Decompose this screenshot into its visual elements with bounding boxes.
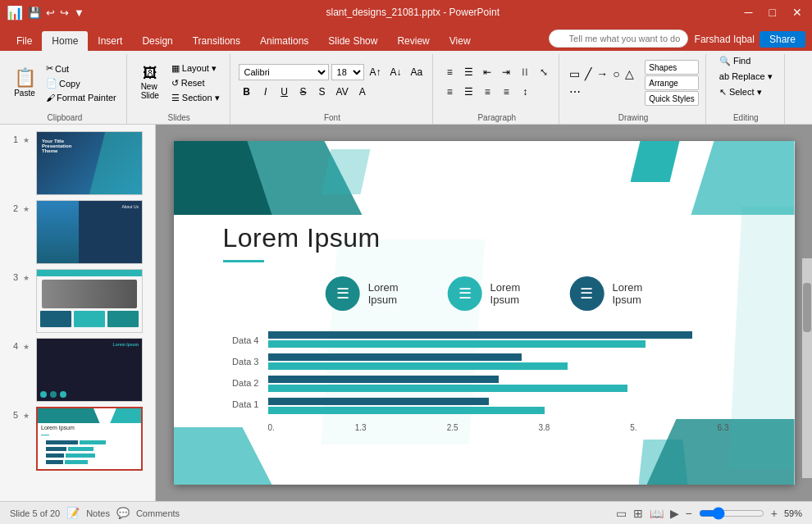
quick-undo[interactable]: ↩ [46, 7, 55, 19]
italic-button[interactable]: I [258, 84, 274, 100]
reading-view-icon[interactable]: 📖 [650, 507, 664, 520]
clear-format-button[interactable]: Aa [408, 64, 427, 80]
section-button[interactable]: ☰ Section ▾ [168, 91, 223, 105]
slide-thumb-2[interactable]: 2 ★ About Us [7, 200, 148, 264]
strikethrough-button[interactable]: S [295, 84, 312, 100]
tab-slideshow[interactable]: Slide Show [318, 31, 387, 51]
align-left-button[interactable]: ≡ [441, 84, 458, 100]
line-spacing-button[interactable]: ↕ [517, 84, 533, 100]
cut-button[interactable]: ✂ Cut [43, 62, 120, 75]
slideshow-icon[interactable]: ▶ [670, 507, 679, 520]
decrease-font-button[interactable]: A↓ [387, 64, 405, 80]
x-label-4: 5. [630, 423, 636, 432]
font-color-button[interactable]: A [354, 84, 371, 100]
slide-img-5[interactable]: Lorem Ipsum [36, 407, 143, 471]
tab-home[interactable]: Home [42, 31, 88, 51]
slide-thumb-5[interactable]: 5 ★ Lorem Ipsum [7, 407, 148, 471]
arrange-button[interactable]: Arrange [645, 75, 699, 90]
slide-thumb-4[interactable]: 4 ★ Lorem Ipsum [7, 338, 148, 402]
tab-insert[interactable]: Insert [88, 31, 132, 51]
shape-rect[interactable]: ▭ [568, 66, 582, 82]
slide-title[interactable]: Lorem Ipsum [223, 223, 381, 253]
tell-me-input[interactable] [549, 30, 688, 48]
slide-img-2[interactable]: About Us [36, 200, 143, 264]
icon-circle-3[interactable]: ☰ Lorem Ipsum [569, 276, 642, 311]
bullets-button[interactable]: ≡ [441, 64, 458, 80]
slide-img-1[interactable]: Your TitlePresentationTheme [36, 131, 143, 195]
deco-bottomleft [174, 427, 272, 485]
zoom-in-button[interactable]: + [771, 507, 778, 520]
share-button[interactable]: Share [760, 31, 805, 48]
restore-button[interactable]: □ [766, 6, 779, 19]
underline-button[interactable]: U [276, 84, 293, 100]
tab-design[interactable]: Design [132, 31, 182, 51]
shapes-button[interactable]: Shapes [645, 60, 699, 75]
shape-tri[interactable]: △ [623, 66, 636, 82]
shape-oval[interactable]: ○ [611, 66, 621, 82]
replace-button[interactable]: ab Replace ▾ [714, 70, 778, 84]
copy-button[interactable]: 📄 Copy [43, 76, 120, 90]
reset-button[interactable]: ↺ Reset [168, 76, 223, 90]
font-bottom-row: B I U S S AV A [239, 84, 427, 100]
notes-icon[interactable]: 📝 [66, 507, 80, 519]
scroll-thumb[interactable] [803, 283, 811, 332]
y-label-1: Data 1 [232, 399, 258, 409]
minimize-button[interactable]: ─ [741, 6, 756, 19]
notes-label[interactable]: Notes [86, 508, 110, 518]
drawing-controls: ▭ ╱ → ○ △ ⋯ Shapes Arrange Quick Styles [568, 54, 699, 112]
decrease-indent-button[interactable]: ⇤ [479, 64, 495, 80]
tab-animations[interactable]: Animations [250, 31, 318, 51]
font-name-select[interactable]: Calibri [239, 64, 329, 80]
slide-sorter-icon[interactable]: ⊞ [633, 507, 643, 520]
main-area: 1 ★ Your TitlePresentationTheme 2 ★ Abou… [0, 125, 812, 501]
format-painter-button[interactable]: 🖌 Format Painter [43, 91, 120, 104]
increase-font-button[interactable]: A↑ [367, 64, 385, 80]
shadow-button[interactable]: S [314, 84, 331, 100]
slide-canvas[interactable]: Lorem Ipsum ☰ Lorem Ipsum ☰ Lorem Ipsum … [174, 141, 795, 485]
quick-styles-button[interactable]: Quick Styles [645, 91, 699, 106]
justify-button[interactable]: ≡ [498, 84, 514, 100]
align-right-button[interactable]: ≡ [479, 84, 495, 100]
slide-img-3[interactable] [36, 269, 143, 333]
columns-button[interactable]: ⁞⁞ [517, 64, 533, 80]
bold-button[interactable]: B [239, 84, 255, 100]
shape-line[interactable]: ╱ [583, 66, 593, 82]
paragraph-top-row: ≡ ☰ ⇤ ⇥ ⁞⁞ ⤡ [441, 64, 552, 80]
quick-customize[interactable]: ▼ [74, 7, 84, 19]
slide-num-3: 3 [7, 272, 18, 282]
deco-topright1 [631, 141, 680, 182]
slide-img-4[interactable]: Lorem Ipsum [36, 338, 143, 402]
text-direction-button[interactable]: ⤡ [536, 64, 552, 80]
quick-redo[interactable]: ↪ [60, 7, 69, 19]
tab-review[interactable]: Review [387, 31, 439, 51]
close-button[interactable]: ✕ [789, 6, 805, 19]
char-spacing-button[interactable]: AV [333, 84, 352, 100]
icon-circle-2[interactable]: ☰ Lorem Ipsum [448, 276, 521, 311]
shape-more[interactable]: ⋯ [568, 84, 582, 100]
zoom-slider[interactable] [699, 508, 764, 518]
find-button[interactable]: 🔍 Find [714, 54, 755, 68]
font-size-select[interactable]: 18 [331, 64, 364, 80]
tab-view[interactable]: View [440, 31, 481, 51]
icon-circle-1[interactable]: ☰ Lorem Ipsum [326, 276, 399, 311]
align-center-button[interactable]: ☰ [460, 84, 477, 100]
slide-thumb-1[interactable]: 1 ★ Your TitlePresentationTheme [7, 131, 148, 195]
comments-label[interactable]: Comments [136, 508, 180, 518]
font-group: Calibri 18 A↑ A↓ Aa B I U S S AV A Font [232, 54, 434, 124]
new-slide-icon: 🖼 [143, 66, 157, 80]
normal-view-icon[interactable]: ▭ [616, 507, 627, 520]
layout-button[interactable]: ▦ Layout ▾ [168, 62, 223, 75]
numbering-button[interactable]: ☰ [460, 64, 477, 80]
comments-icon[interactable]: 💬 [116, 507, 130, 519]
paste-button[interactable]: 📋 Paste [10, 67, 39, 99]
new-slide-button[interactable]: 🖼 NewSlide [135, 64, 165, 102]
tab-file[interactable]: File [7, 31, 42, 51]
scroll-bar[interactable] [802, 258, 812, 478]
tab-transitions[interactable]: Transitions [183, 31, 250, 51]
slide-thumb-3[interactable]: 3 ★ [7, 269, 148, 333]
select-button[interactable]: ↖ Select ▾ [714, 85, 767, 99]
increase-indent-button[interactable]: ⇥ [498, 64, 514, 80]
shape-arrow[interactable]: → [595, 66, 609, 82]
quick-save[interactable]: 💾 [28, 7, 41, 19]
zoom-out-button[interactable]: − [686, 507, 692, 520]
